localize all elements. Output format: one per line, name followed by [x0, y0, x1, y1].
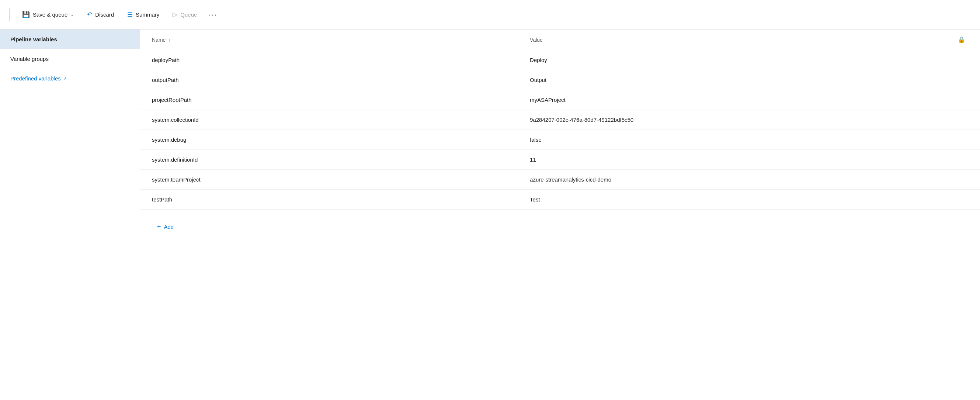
variable-lock-cell: [946, 50, 980, 70]
sidebar-item-variable-groups[interactable]: Variable groups: [0, 49, 140, 69]
discard-icon: ↶: [87, 11, 92, 18]
variable-value-cell: Deploy: [518, 50, 946, 70]
variable-lock-cell: [946, 170, 980, 190]
variable-value-cell: Test: [518, 190, 946, 210]
variable-value-cell: 9a284207-002c-476a-80d7-49122bdf5c50: [518, 110, 946, 130]
table-header-row: Name ↑ Value 🔒: [140, 30, 980, 50]
save-queue-chevron: ⌄: [70, 12, 74, 17]
variable-groups-label: Variable groups: [10, 56, 49, 62]
variable-lock-cell: [946, 110, 980, 130]
pipeline-variables-label: Pipeline variables: [10, 36, 57, 42]
queue-label: Queue: [180, 11, 197, 18]
add-label: Add: [164, 224, 174, 230]
main-layout: Pipeline variables Variable groups Prede…: [0, 30, 980, 400]
table-row: projectRootPathmyASAProject: [140, 90, 980, 110]
variable-value-cell: Output: [518, 70, 946, 90]
sort-icon: ↑: [169, 38, 171, 42]
variable-lock-cell: [946, 90, 980, 110]
more-icon: ···: [209, 10, 217, 19]
variable-name-cell: outputPath: [140, 70, 518, 90]
variable-name-cell: system.debug: [140, 130, 518, 150]
variable-name-cell: system.definitionId: [140, 150, 518, 170]
table-row: system.definitionId11: [140, 150, 980, 170]
toolbar: 💾 Save & queue ⌄ ↶ Discard ☰ Summary ▷ Q…: [0, 0, 980, 30]
discard-label: Discard: [95, 11, 114, 18]
content-area: Name ↑ Value 🔒 deployPathDeployoutputPat…: [140, 30, 980, 400]
save-queue-label: Save & queue: [33, 11, 67, 18]
variable-name-cell: testPath: [140, 190, 518, 210]
table-row: system.teamProjectazure-streamanalytics-…: [140, 170, 980, 190]
summary-icon: ☰: [127, 11, 133, 18]
more-options-button[interactable]: ···: [205, 7, 221, 22]
external-link-icon: ↗: [63, 76, 67, 81]
variable-lock-cell: [946, 70, 980, 90]
variable-value-cell: 11: [518, 150, 946, 170]
queue-icon: ▷: [173, 11, 177, 18]
variable-lock-cell: [946, 130, 980, 150]
add-section: + Add: [140, 210, 980, 244]
lock-column-header: 🔒: [946, 30, 980, 50]
name-column-label: Name: [152, 37, 165, 43]
variables-table: Name ↑ Value 🔒 deployPathDeployoutputPat…: [140, 30, 980, 210]
variable-value-cell: myASAProject: [518, 90, 946, 110]
table-row: testPathTest: [140, 190, 980, 210]
sidebar-item-pipeline-variables[interactable]: Pipeline variables: [0, 30, 140, 49]
table-row: deployPathDeploy: [140, 50, 980, 70]
variable-lock-cell: [946, 190, 980, 210]
add-button[interactable]: + Add: [152, 220, 179, 234]
summary-button[interactable]: ☰ Summary: [122, 8, 164, 21]
plus-icon: +: [157, 223, 161, 231]
table-row: outputPathOutput: [140, 70, 980, 90]
variable-name-cell: system.collectionId: [140, 110, 518, 130]
discard-button[interactable]: ↶ Discard: [82, 8, 119, 21]
save-icon: 💾: [22, 11, 30, 18]
save-queue-button[interactable]: 💾 Save & queue ⌄: [17, 8, 79, 21]
name-column-header[interactable]: Name ↑: [140, 30, 518, 50]
predefined-variables-label: Predefined variables: [10, 75, 61, 81]
predefined-variables-link[interactable]: Predefined variables ↗: [0, 69, 140, 88]
variable-name-cell: system.teamProject: [140, 170, 518, 190]
table-row: system.collectionId9a284207-002c-476a-80…: [140, 110, 980, 130]
table-row: system.debugfalse: [140, 130, 980, 150]
queue-button[interactable]: ▷ Queue: [167, 8, 202, 21]
variable-name-cell: projectRootPath: [140, 90, 518, 110]
lock-header-icon: 🔒: [958, 37, 965, 43]
variable-lock-cell: [946, 150, 980, 170]
variable-name-cell: deployPath: [140, 50, 518, 70]
variable-value-cell: azure-streamanalytics-cicd-demo: [518, 170, 946, 190]
value-column-header: Value: [518, 30, 946, 50]
summary-label: Summary: [136, 11, 159, 18]
sidebar: Pipeline variables Variable groups Prede…: [0, 30, 140, 400]
variable-value-cell: false: [518, 130, 946, 150]
toolbar-divider: [9, 8, 10, 21]
value-column-label: Value: [530, 37, 543, 43]
